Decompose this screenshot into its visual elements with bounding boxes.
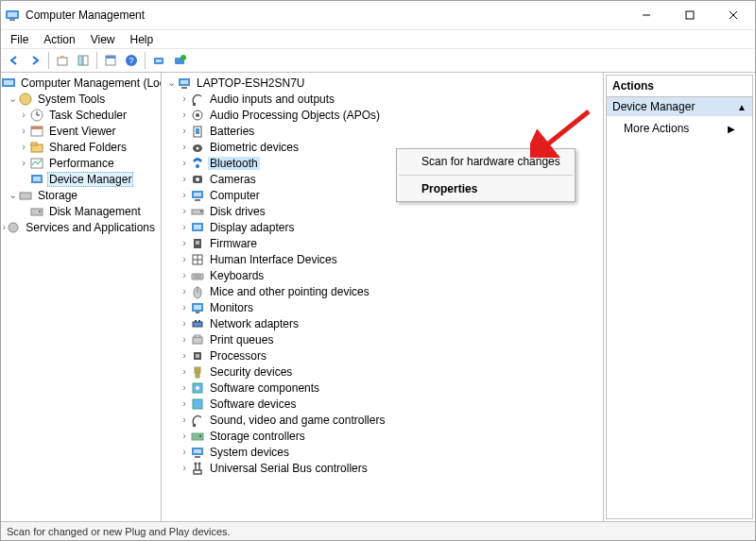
window-title: Computer Management — [26, 8, 145, 22]
chevron-down-icon[interactable]: ⌄ — [7, 190, 18, 200]
left-tree: Computer Management (Local) ⌄ System Too… — [1, 73, 162, 521]
properties-icon[interactable] — [101, 51, 120, 70]
left-group-storage[interactable]: ⌄ Storage — [1, 187, 161, 203]
left-group-system-tools[interactable]: ⌄ System Tools — [1, 91, 161, 107]
left-item-device-manager[interactable]: Device Manager — [1, 171, 161, 187]
device-cat-audio-processing-objects-apos-[interactable]: ›Audio Processing Objects (APOs) — [162, 107, 603, 123]
device-cat-universal-serial-bus-controllers[interactable]: ›Universal Serial Bus controllers — [162, 460, 603, 476]
chevron-right-icon[interactable]: › — [18, 126, 29, 136]
chevron-right-icon[interactable]: › — [179, 238, 190, 248]
chevron-right-icon[interactable]: › — [179, 318, 190, 329]
chevron-right-icon[interactable]: › — [179, 222, 190, 232]
device-cat-software-components[interactable]: ›Software components — [162, 380, 603, 396]
device-cat-label: Processors — [208, 349, 268, 363]
device-cat-software-devices[interactable]: ›Software devices — [162, 396, 603, 412]
menu-help[interactable]: Help — [123, 31, 162, 48]
chevron-right-icon[interactable]: › — [179, 382, 190, 393]
ctx-properties[interactable]: Properties — [397, 178, 575, 199]
device-cat-system-devices[interactable]: ›System devices — [162, 444, 603, 460]
device-category-icon — [190, 188, 205, 203]
device-cat-storage-controllers[interactable]: ›Storage controllers — [162, 428, 603, 444]
chevron-right-icon[interactable]: › — [179, 190, 190, 200]
minimize-button[interactable] — [625, 1, 668, 29]
chevron-right-icon[interactable]: › — [179, 93, 190, 104]
tree-label: Device Manager — [47, 172, 133, 187]
chevron-right-icon[interactable]: › — [179, 158, 190, 168]
device-cat-audio-inputs-and-outputs[interactable]: ›Audio inputs and outputs — [162, 91, 603, 107]
event-icon — [29, 124, 44, 139]
device-cat-monitors[interactable]: ›Monitors — [162, 299, 603, 315]
chevron-right-icon[interactable]: › — [179, 463, 190, 473]
actions-section[interactable]: Device Manager ▲ — [607, 97, 752, 116]
show-hide-tree-icon[interactable] — [74, 51, 93, 70]
menu-action[interactable]: Action — [36, 31, 82, 48]
svg-rect-8 — [78, 56, 82, 65]
maximize-button[interactable] — [668, 1, 712, 29]
menu-view[interactable]: View — [83, 31, 123, 48]
chevron-right-icon[interactable]: › — [179, 286, 190, 296]
chevron-right-icon[interactable]: › — [18, 142, 29, 152]
device-category-icon — [190, 445, 205, 460]
chevron-right-icon[interactable]: › — [179, 254, 190, 264]
svg-rect-37 — [181, 87, 187, 89]
scan-hardware-icon[interactable] — [149, 51, 168, 70]
forward-icon[interactable] — [26, 51, 44, 70]
chevron-right-icon[interactable]: › — [179, 334, 190, 345]
svg-rect-81 — [192, 433, 203, 440]
chevron-down-icon[interactable]: ⌄ — [7, 93, 18, 104]
left-item-shared-folders[interactable]: ›Shared Folders — [1, 139, 161, 155]
device-cat-label: Audio inputs and outputs — [208, 93, 336, 106]
back-icon[interactable] — [5, 51, 24, 70]
actions-more[interactable]: More Actions ▶ — [607, 116, 752, 141]
device-cat-processors[interactable]: ›Processors — [162, 347, 603, 363]
chevron-right-icon[interactable]: › — [18, 158, 29, 168]
device-cat-sound-video-and-game-controllers[interactable]: ›Sound, video and game controllers — [162, 412, 603, 428]
device-cat-mice-and-other-pointing-devices[interactable]: ›Mice and other pointing devices — [162, 283, 603, 299]
svg-rect-1 — [8, 12, 17, 17]
chevron-right-icon[interactable]: › — [179, 270, 190, 280]
device-cat-firmware[interactable]: ›Firmware — [162, 235, 603, 251]
chevron-right-icon[interactable]: › — [179, 366, 190, 377]
device-cat-human-interface-devices[interactable]: ›Human Interface Devices — [162, 251, 603, 267]
chevron-right-icon[interactable]: › — [179, 110, 190, 120]
wrench-icon — [18, 92, 33, 107]
chevron-right-icon[interactable]: › — [18, 110, 29, 120]
chevron-right-icon[interactable]: › — [179, 447, 190, 457]
help-icon[interactable]: ? — [122, 51, 141, 70]
refresh-icon[interactable] — [170, 51, 189, 70]
close-button[interactable] — [712, 1, 755, 29]
left-group-services[interactable]: › Services and Applications — [1, 219, 161, 235]
device-cat-display-adapters[interactable]: ›Display adapters — [162, 219, 603, 235]
chevron-right-icon[interactable]: › — [179, 398, 190, 409]
chevron-right-icon[interactable]: › — [179, 206, 190, 216]
device-cat-disk-drives[interactable]: ›Disk drives — [162, 203, 603, 219]
device-cat-network-adapters[interactable]: ›Network adapters — [162, 315, 603, 331]
left-item-performance[interactable]: ›Performance — [1, 155, 161, 171]
device-cat-batteries[interactable]: ›Batteries — [162, 123, 603, 139]
left-item-disk-management[interactable]: Disk Management — [1, 203, 161, 219]
device-cat-print-queues[interactable]: ›Print queues — [162, 331, 603, 347]
chevron-down-icon[interactable]: ⌄ — [165, 77, 177, 88]
device-cat-label: Cameras — [208, 173, 258, 186]
device-root[interactable]: ⌄ LAPTOP-ESH2SN7U — [162, 75, 603, 91]
device-cat-keyboards[interactable]: ›Keyboards — [162, 267, 603, 283]
device-category-icon — [190, 140, 205, 155]
svg-text:?: ? — [129, 56, 133, 65]
chevron-right-icon[interactable]: › — [179, 126, 190, 136]
up-icon[interactable] — [53, 51, 72, 70]
chevron-right-icon[interactable]: › — [179, 174, 190, 184]
left-item-event-viewer[interactable]: ›Event Viewer — [1, 123, 161, 139]
chevron-right-icon[interactable]: › — [179, 302, 190, 313]
device-cat-security-devices[interactable]: ›Security devices — [162, 363, 603, 380]
chevron-right-icon[interactable]: › — [179, 414, 190, 425]
chevron-right-icon[interactable]: › — [179, 431, 190, 441]
chevron-right-icon[interactable]: › — [179, 142, 190, 152]
chevron-right-icon[interactable]: › — [179, 350, 190, 361]
left-root[interactable]: Computer Management (Local) — [1, 75, 161, 91]
left-item-task-scheduler[interactable]: ›Task Scheduler — [1, 107, 161, 123]
ctx-scan-hardware[interactable]: Scan for hardware changes — [397, 151, 575, 172]
svg-rect-68 — [193, 322, 202, 327]
device-category-icon — [190, 364, 205, 380]
menu-file[interactable]: File — [3, 31, 36, 48]
svg-rect-84 — [194, 449, 201, 453]
